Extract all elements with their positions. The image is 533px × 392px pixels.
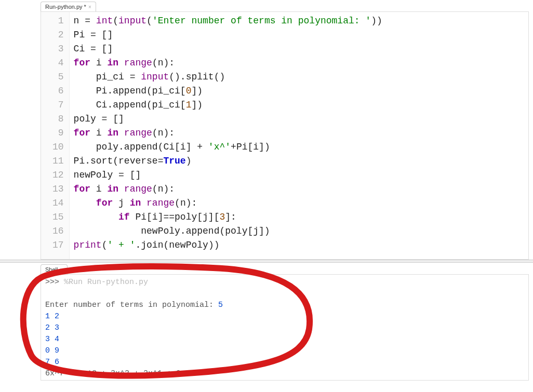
line-gutter: 1234567891011121314151617 [41,12,70,259]
result-output: 6x^7 + 4x^3 + 3x^2 + 2x^1 + 9x^0 [45,369,195,378]
code-line: n = int(input('Enter number of terms in … [74,14,382,28]
tab-shell[interactable]: Shell × [41,264,68,274]
code-body[interactable]: n = int(input('Enter number of terms in … [70,12,387,259]
tab-label: Shell [45,266,58,273]
tab-run-python[interactable]: Run-python.py * × [41,2,96,11]
code-line: poly.append(Ci[i] + 'x^'+Pi[i]) [74,140,382,154]
shell-pane: Shell × >>> %Run Run-python.py Enter num… [0,263,533,392]
user-input: 7 6 [45,358,59,367]
user-input: 3 4 [45,335,59,344]
code-line: Ci.append(pi_ci[1]) [74,98,382,112]
code-line: Pi = [] [74,28,382,42]
code-line: for i in range(n): [74,56,382,70]
code-line: newPoly.append(poly[j]) [74,224,382,238]
editor-area[interactable]: 1234567891011121314151617 n = int(input(… [41,11,529,260]
user-input: 1 2 [45,312,59,321]
code-line: for j in range(n): [74,196,382,210]
code-line: if Pi[i]==poly[j][3]: [74,210,382,224]
user-input: 2 3 [45,323,59,332]
shell-tabbar: Shell × [41,263,533,274]
close-icon[interactable]: × [88,4,91,10]
user-input: 0 9 [45,346,59,355]
output-prompt: Enter number of terms in polynomial: [45,301,218,309]
code-line: Pi.append(pi_ci[0]) [74,84,382,98]
run-command: %Run Run-python.py [64,278,148,287]
code-line: poly = [] [74,112,382,126]
code-line: for i in range(n): [74,126,382,140]
shell-prompt: >>> [45,278,64,287]
code-line: newPoly = [] [74,168,382,182]
code-line: Pi.sort(reverse=True) [74,154,382,168]
code-line: pi_ci = input().split() [74,70,382,84]
shell-content[interactable]: >>> %Run Run-python.py Enter number of t… [41,274,529,381]
tab-label: Run-python.py * [45,4,86,10]
code-line: print(' + '.join(newPoly)) [74,238,382,252]
editor-pane: Run-python.py * × 1234567891011121314151… [0,0,533,260]
close-icon[interactable]: × [60,267,63,273]
code-line: Ci = [] [74,42,382,56]
editor-tabbar: Run-python.py * × [41,0,533,11]
code-line: for i in range(n): [74,182,382,196]
